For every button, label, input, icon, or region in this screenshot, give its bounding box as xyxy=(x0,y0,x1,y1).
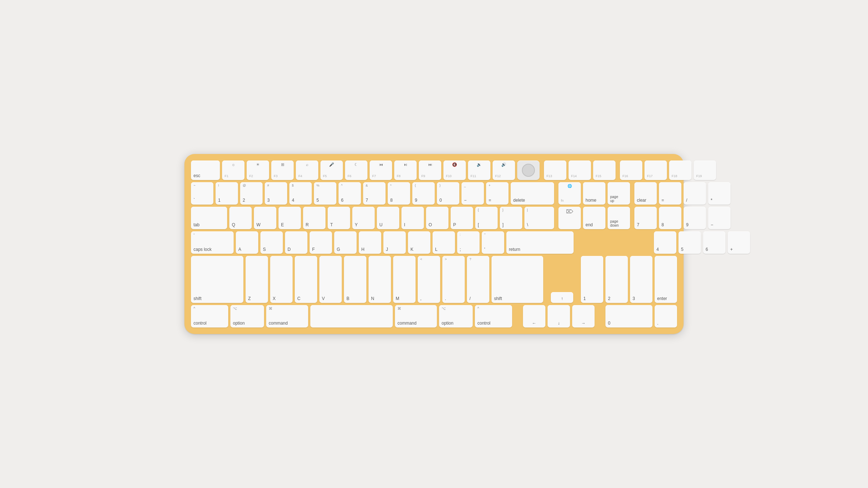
key-7[interactable]: & 7 xyxy=(363,182,386,205)
key-h[interactable]: H xyxy=(359,231,381,254)
key-minus[interactable]: _ − xyxy=(461,182,484,205)
key-fwddel[interactable]: ⌦ xyxy=(558,207,581,229)
key-f4[interactable]: ⌕ F4 xyxy=(296,160,318,180)
key-f[interactable]: F xyxy=(310,231,332,254)
key-equals[interactable]: + = xyxy=(486,182,509,205)
key-arrow-left[interactable]: ← xyxy=(523,305,545,328)
key-num-2[interactable]: 2 xyxy=(605,256,628,303)
key-f10[interactable]: 🔇 F10 xyxy=(443,160,466,180)
key-num-3[interactable]: 3 xyxy=(630,256,652,303)
key-f6[interactable]: ☾ F6 xyxy=(345,160,367,180)
key-f16[interactable]: F16 xyxy=(620,160,642,180)
key-shift-left[interactable]: shift xyxy=(191,256,243,303)
key-b[interactable]: B xyxy=(344,256,366,303)
key-f17[interactable]: F17 xyxy=(644,160,667,180)
key-control-right[interactable]: ^ control xyxy=(475,305,512,328)
key-f5[interactable]: 🎤 F5 xyxy=(320,160,343,180)
key-num-multiply[interactable]: * xyxy=(708,182,731,205)
key-quote[interactable]: " ' xyxy=(482,231,504,254)
key-arrow-up[interactable]: ↑ xyxy=(551,292,573,303)
key-f7[interactable]: ⏮ F7 xyxy=(370,160,392,180)
key-f18[interactable]: F18 xyxy=(669,160,692,180)
key-a[interactable]: A xyxy=(236,231,258,254)
key-command-left[interactable]: ⌘ command xyxy=(266,305,308,328)
key-arrow-down[interactable]: ↓ xyxy=(548,305,570,328)
key-f1[interactable]: ☼ F1 xyxy=(222,160,244,180)
key-f15[interactable]: F15 xyxy=(593,160,616,180)
key-num-1[interactable]: 1 xyxy=(581,256,603,303)
key-backslash[interactable]: | \ xyxy=(524,207,554,229)
key-g[interactable]: G xyxy=(334,231,357,254)
key-q[interactable]: Q xyxy=(229,207,252,229)
key-num-0[interactable]: 0 xyxy=(605,305,652,328)
key-2[interactable]: @ 2 xyxy=(240,182,263,205)
key-f8[interactable]: ⏯ F8 xyxy=(394,160,417,180)
key-command-right[interactable]: ⌘ command xyxy=(395,305,437,328)
key-f14[interactable]: F14 xyxy=(569,160,591,180)
key-num-5[interactable]: 5 xyxy=(678,231,701,254)
key-esc[interactable]: esc xyxy=(191,160,220,180)
key-backtick[interactable]: ~ ` xyxy=(191,182,213,205)
key-num-plus[interactable]: + xyxy=(728,231,750,254)
key-num-minus[interactable]: − xyxy=(708,207,731,229)
key-5[interactable]: % 5 xyxy=(314,182,336,205)
key-fn[interactable]: 🌐 fn xyxy=(558,182,581,205)
key-num-equals[interactable]: = xyxy=(659,182,681,205)
key-num-enter[interactable]: enter xyxy=(655,256,677,303)
key-f19[interactable]: F19 xyxy=(694,160,716,180)
key-num-dot[interactable]: . xyxy=(655,305,677,328)
key-period[interactable]: > . xyxy=(442,256,465,303)
key-num-9[interactable]: 9 xyxy=(684,207,706,229)
key-touchid[interactable] xyxy=(517,160,540,180)
key-t[interactable]: T xyxy=(328,207,350,229)
key-r[interactable]: R xyxy=(303,207,326,229)
key-capslock[interactable]: * caps lock xyxy=(191,231,234,254)
key-x[interactable]: X xyxy=(270,256,293,303)
key-i[interactable]: I xyxy=(401,207,424,229)
key-control-left[interactable]: ^ control xyxy=(191,305,228,328)
key-home[interactable]: home xyxy=(583,182,605,205)
key-j[interactable]: J xyxy=(383,231,406,254)
key-f9[interactable]: ⏭ F9 xyxy=(419,160,441,180)
key-clear[interactable]: clear xyxy=(634,182,657,205)
key-num-8[interactable]: 8 xyxy=(659,207,681,229)
key-num-divide[interactable]: / xyxy=(684,182,706,205)
key-e[interactable]: E xyxy=(278,207,301,229)
key-num-4[interactable]: 4 xyxy=(654,231,676,254)
key-space[interactable] xyxy=(310,305,393,328)
key-8[interactable]: * 8 xyxy=(388,182,410,205)
key-6[interactable]: ^ 6 xyxy=(339,182,361,205)
key-comma[interactable]: < , xyxy=(418,256,440,303)
key-f13[interactable]: F13 xyxy=(544,160,566,180)
key-m[interactable]: M xyxy=(393,256,416,303)
key-option-right[interactable]: ⌥ option xyxy=(439,305,473,328)
key-z[interactable]: Z xyxy=(246,256,268,303)
key-0[interactable]: ) 0 xyxy=(437,182,459,205)
key-4[interactable]: $ 4 xyxy=(289,182,312,205)
key-tab[interactable]: tab xyxy=(191,207,227,229)
key-lbracket[interactable]: { [ xyxy=(475,207,498,229)
key-delete[interactable]: delete xyxy=(511,182,554,205)
key-arrow-right[interactable]: → xyxy=(572,305,595,328)
key-return[interactable]: return xyxy=(506,231,574,254)
key-end[interactable]: end xyxy=(583,207,605,229)
key-k[interactable]: K xyxy=(408,231,430,254)
key-w[interactable]: W xyxy=(254,207,276,229)
key-o[interactable]: O xyxy=(426,207,448,229)
key-u[interactable]: U xyxy=(377,207,399,229)
key-s[interactable]: S xyxy=(260,231,283,254)
key-f11[interactable]: 🔉 F11 xyxy=(468,160,490,180)
key-y[interactable]: Y xyxy=(352,207,375,229)
key-3[interactable]: # 3 xyxy=(265,182,287,205)
key-shift-right[interactable]: shift xyxy=(492,256,543,303)
key-pageup[interactable]: pageup xyxy=(608,182,630,205)
key-n[interactable]: N xyxy=(369,256,391,303)
key-pagedown[interactable]: pagedown xyxy=(608,207,630,229)
key-num-7[interactable]: 7 xyxy=(634,207,657,229)
key-c[interactable]: C xyxy=(295,256,317,303)
key-slash[interactable]: ? / xyxy=(467,256,489,303)
key-num-6[interactable]: 6 xyxy=(703,231,726,254)
key-1[interactable]: ! 1 xyxy=(216,182,238,205)
key-v[interactable]: V xyxy=(319,256,342,303)
key-9[interactable]: ( 9 xyxy=(412,182,435,205)
